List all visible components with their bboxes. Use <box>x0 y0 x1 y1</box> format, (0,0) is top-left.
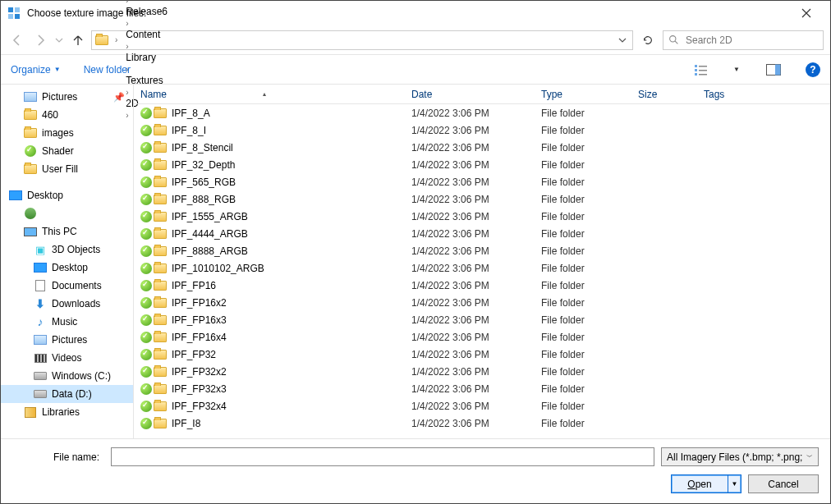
file-row[interactable]: IPF_1010102_ARGB1/4/2022 3:06 PMFile fol… <box>134 259 830 277</box>
file-row[interactable]: IPF_32_Depth1/4/2022 3:06 PMFile folder <box>134 156 830 173</box>
svg-rect-12 <box>775 64 781 75</box>
column-header: Name▴ Date Type Size Tags <box>134 85 830 104</box>
tree-item[interactable]: Desktop <box>1 186 133 204</box>
tree-item[interactable]: ▣3D Objects <box>1 241 133 259</box>
chevron-icon[interactable]: › <box>122 19 131 28</box>
nav-tree[interactable]: Pictures📌460imagesShaderUser FillDesktop… <box>1 85 134 438</box>
filename-input[interactable] <box>111 447 654 466</box>
tree-item[interactable]: Pictures <box>1 331 133 349</box>
address-dropdown[interactable] <box>614 36 631 44</box>
file-row[interactable]: IPF_FP16x21/4/2022 3:06 PMFile folder <box>134 294 830 311</box>
file-name: IPF_FP32 <box>172 349 216 360</box>
status-icon <box>140 332 152 343</box>
tree-item[interactable]: Data (D:) <box>1 385 133 403</box>
view-mode-dropdown[interactable]: ▼ <box>733 66 741 73</box>
app-icon <box>7 7 21 20</box>
file-row[interactable]: IPF_565_RGB1/4/2022 3:06 PMFile folder <box>134 173 830 190</box>
svg-rect-10 <box>699 74 707 76</box>
tree-item-label: 460 <box>42 109 58 121</box>
tree-item[interactable]: images <box>1 124 133 142</box>
breadcrumb-item[interactable]: Release6 <box>122 6 171 17</box>
file-row[interactable]: IPF_8_Stencil1/4/2022 3:06 PMFile folder <box>134 139 830 156</box>
tree-item[interactable]: ⬇Downloads <box>1 295 133 313</box>
tree-item-label: Desktop <box>52 262 88 273</box>
open-dropdown[interactable]: ▼ <box>728 475 741 493</box>
file-row[interactable]: IPF_FP32x31/4/2022 3:06 PMFile folder <box>134 380 830 397</box>
file-row[interactable]: IPF_8_A1/4/2022 3:06 PMFile folder <box>134 104 830 121</box>
file-date: 1/4/2022 3:06 PM <box>405 176 535 188</box>
chevron-icon[interactable]: › <box>122 0 131 5</box>
file-date: 1/4/2022 3:06 PM <box>405 211 535 222</box>
search-icon <box>668 34 679 45</box>
file-row[interactable]: IPF_1555_ARGB1/4/2022 3:06 PMFile folder <box>134 208 830 225</box>
file-date: 1/4/2022 3:06 PM <box>405 297 535 309</box>
back-button[interactable] <box>7 30 27 50</box>
tree-item[interactable]: User Fill <box>1 160 133 178</box>
file-name: IPF_4444_ARGB <box>172 228 248 240</box>
file-row[interactable]: IPF_FP161/4/2022 3:06 PMFile folder <box>134 277 830 294</box>
svg-point-4 <box>670 36 676 42</box>
file-type: File folder <box>535 142 631 153</box>
file-type: File folder <box>535 314 631 326</box>
tree-item[interactable]: Windows (C:) <box>1 367 133 385</box>
file-type: File folder <box>535 176 631 188</box>
file-row[interactable]: IPF_FP16x41/4/2022 3:06 PMFile folder <box>134 328 830 346</box>
file-row[interactable]: IPF_8888_ARGB1/4/2022 3:06 PMFile folder <box>134 242 830 259</box>
tree-item-label: Documents <box>52 280 102 291</box>
cancel-button[interactable]: Cancel <box>748 474 819 493</box>
file-dialog: Choose texture image files: › This PC›Da… <box>0 0 831 504</box>
pic-icon <box>24 90 37 103</box>
recent-dropdown[interactable] <box>53 30 65 50</box>
tree-item[interactable]: Pictures📌 <box>1 88 133 106</box>
file-type: File folder <box>535 263 631 274</box>
file-rows[interactable]: IPF_8_A1/4/2022 3:06 PMFile folderIPF_8_… <box>134 104 830 438</box>
col-type[interactable]: Type <box>535 85 631 103</box>
file-row[interactable]: IPF_FP16x31/4/2022 3:06 PMFile folder <box>134 311 830 328</box>
filename-label: File name: <box>12 451 104 463</box>
tree-item[interactable]: 460 <box>1 106 133 124</box>
col-size[interactable]: Size <box>631 85 697 103</box>
tree-item[interactable]: This PC <box>1 222 133 241</box>
tree-item[interactable]: Libraries <box>1 403 133 421</box>
chevron-icon[interactable]: › <box>122 42 131 51</box>
file-type: File folder <box>535 383 631 395</box>
file-row[interactable]: IPF_FP32x21/4/2022 3:06 PMFile folder <box>134 363 830 380</box>
tree-item[interactable]: Videos <box>1 349 133 367</box>
open-button[interactable]: Open ▼ <box>671 474 741 493</box>
status-icon <box>140 280 152 291</box>
file-date: 1/4/2022 3:06 PM <box>405 194 535 205</box>
file-name: IPF_32_Depth <box>172 159 235 171</box>
up-button[interactable] <box>68 30 88 50</box>
view-mode-button[interactable] <box>692 61 710 79</box>
refresh-button[interactable] <box>636 30 659 50</box>
help-button[interactable]: ? <box>806 62 820 77</box>
tree-item[interactable]: ♪Music <box>1 313 133 331</box>
file-row[interactable]: IPF_8_I1/4/2022 3:06 PMFile folder <box>134 121 830 139</box>
col-name[interactable]: Name▴ <box>134 85 405 103</box>
search-field[interactable]: Search 2D <box>663 30 824 50</box>
file-row[interactable]: IPF_FP32x41/4/2022 3:06 PMFile folder <box>134 397 830 415</box>
file-date: 1/4/2022 3:06 PM <box>405 108 535 119</box>
breadcrumb-item[interactable]: Content <box>122 29 171 40</box>
col-date[interactable]: Date <box>405 85 535 103</box>
file-type-filter[interactable]: All Imagery Files (*.bmp; *.png; ﹀ <box>661 447 819 466</box>
address-bar[interactable]: › This PC›Data (D:)›Release6›Content›Lib… <box>91 30 633 50</box>
tree-item[interactable]: Documents <box>1 277 133 295</box>
file-name: IPF_FP32x4 <box>172 401 227 412</box>
col-tags[interactable]: Tags <box>697 85 830 103</box>
close-button[interactable] <box>787 2 825 25</box>
file-row[interactable]: IPF_4444_ARGB1/4/2022 3:06 PMFile folder <box>134 225 830 242</box>
folder-icon <box>154 160 167 170</box>
chevron-icon[interactable]: › <box>112 35 121 44</box>
organize-menu[interactable]: Organize ▼ <box>11 64 61 76</box>
svg-rect-9 <box>699 70 707 71</box>
forward-button[interactable] <box>30 30 50 50</box>
file-row[interactable]: IPF_888_RGB1/4/2022 3:06 PMFile folder <box>134 190 830 208</box>
file-row[interactable]: IPF_I81/4/2022 3:06 PMFile folder <box>134 415 830 432</box>
preview-pane-button[interactable] <box>764 61 783 79</box>
tree-item[interactable]: Desktop <box>1 259 133 277</box>
tree-item[interactable] <box>1 204 133 222</box>
tree-item[interactable]: Shader <box>1 142 133 160</box>
new-folder-button[interactable]: New folder <box>84 64 131 76</box>
file-row[interactable]: IPF_FP321/4/2022 3:06 PMFile folder <box>134 346 830 363</box>
